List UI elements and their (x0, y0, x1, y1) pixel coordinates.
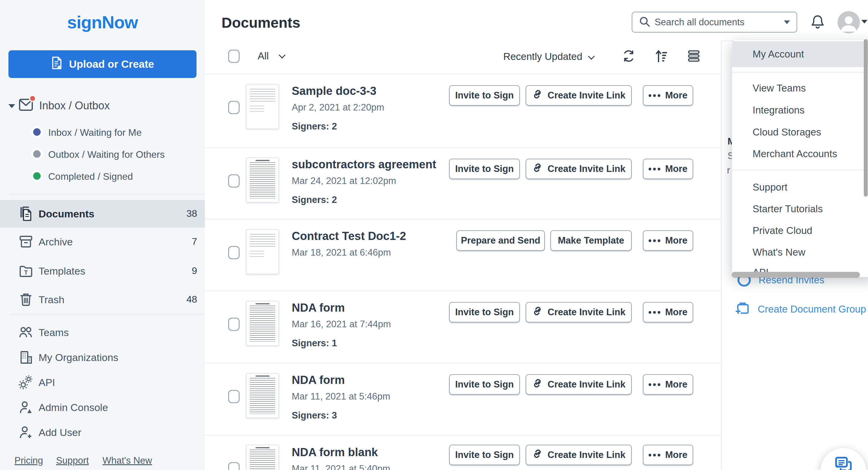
chevron-down-icon[interactable] (588, 53, 595, 60)
add-user-icon (19, 425, 33, 441)
sidebar-item-outbox-waiting-for-others[interactable]: Outbox / Waiting for Others (0, 146, 205, 163)
menu-item-private-cloud[interactable]: Private Cloud (732, 225, 868, 236)
row-checkbox[interactable] (228, 101, 240, 114)
more-button[interactable]: More (643, 230, 693, 251)
create-invite-link-button[interactable]: Create Invite Link (526, 445, 632, 465)
create-invite-link-button[interactable]: Create Invite Link (526, 85, 632, 106)
app-window: signNow Upload or Create Inbox / Outbox … (0, 0, 868, 470)
menu-item-whats-new[interactable]: What's New (732, 246, 868, 258)
link-icon (532, 378, 543, 391)
document-date: Mar 24, 2021 at 12:02pm (292, 175, 396, 187)
search-input[interactable] (655, 17, 784, 28)
button-label: More (665, 449, 687, 460)
button-label: Create Invite Link (548, 379, 625, 390)
notifications-bell-icon[interactable] (811, 14, 825, 30)
document-title[interactable]: Contract Test Doc1-2 (292, 230, 406, 243)
document-title[interactable]: subcontractors agreement (292, 158, 436, 171)
sidebar-item-archive[interactable]: Archive 7 (0, 228, 205, 256)
unread-badge (29, 95, 36, 102)
menu-item-cloud-storages[interactable]: Cloud Storages (732, 127, 868, 138)
button-label: More (665, 164, 687, 174)
make-template-button[interactable]: Make Template (550, 230, 632, 251)
more-button[interactable]: More (643, 302, 693, 323)
document-thumbnail[interactable] (246, 84, 279, 129)
row-checkbox[interactable] (228, 390, 240, 403)
sidebar-item-admin-console[interactable]: Admin Console (0, 394, 205, 421)
expander-caret-icon[interactable] (8, 104, 15, 108)
document-thumbnail[interactable] (246, 158, 279, 203)
menu-item-support[interactable]: Support (732, 181, 868, 193)
nav-label: Admin Console (38, 402, 108, 413)
whats-new-link[interactable]: What's New (102, 455, 152, 466)
create-invite-link-button[interactable]: Create Invite Link (526, 159, 632, 179)
more-button[interactable]: More (643, 374, 693, 395)
row-checkbox[interactable] (228, 462, 240, 470)
sidebar-item-teams[interactable]: Teams (0, 318, 205, 346)
row-checkbox[interactable] (228, 174, 240, 188)
search-box[interactable] (632, 12, 797, 33)
ellipsis-icon (649, 383, 660, 386)
document-thumbnail[interactable] (246, 301, 279, 346)
sidebar-item-templates[interactable]: T Templates 9 (0, 257, 205, 285)
create-invite-link-button[interactable]: Create Invite Link (526, 374, 632, 395)
sort-order-icon[interactable] (655, 50, 668, 64)
invite-to-sign-button[interactable]: Invite to Sign (449, 374, 520, 395)
sidebar-item-documents[interactable]: Documents 38 (0, 200, 205, 228)
chat-bubbles-icon (834, 456, 853, 470)
link-icon (532, 89, 543, 102)
chevron-down-icon[interactable] (279, 52, 286, 59)
link-label: Create Document Group (758, 303, 866, 315)
horizontal-scrollbar[interactable] (732, 272, 860, 277)
ellipsis-icon (649, 239, 660, 242)
sidebar-item-api[interactable]: API (0, 369, 205, 396)
vertical-scrollbar[interactable] (864, 39, 868, 197)
prepare-and-send-button[interactable]: Prepare and Send (456, 230, 545, 251)
document-title[interactable]: NDA form (292, 374, 345, 387)
row-checkbox[interactable] (228, 246, 240, 259)
user-avatar[interactable] (838, 11, 860, 33)
more-button[interactable]: More (643, 445, 693, 465)
sort-dropdown[interactable]: Recently Updated (503, 51, 582, 62)
create-document-group-link[interactable]: Create Document Group (735, 301, 866, 318)
document-thumbnail[interactable] (246, 229, 279, 274)
search-scope-caret-icon[interactable] (784, 21, 790, 24)
upload-button-label: Upload or Create (69, 58, 154, 70)
ellipsis-icon (649, 454, 660, 457)
pricing-link[interactable]: Pricing (14, 455, 43, 466)
invite-to-sign-button[interactable]: Invite to Sign (449, 302, 520, 323)
create-invite-link-button[interactable]: Create Invite Link (526, 302, 632, 323)
menu-item-starter-tutorials[interactable]: Starter Tutorials (732, 203, 868, 215)
document-title[interactable]: NDA form (292, 301, 345, 314)
document-title[interactable]: Sample doc-3-3 (292, 85, 376, 98)
menu-item-view-teams[interactable]: View Teams (732, 82, 868, 94)
sidebar-item-completed-signed[interactable]: Completed / Signed (0, 168, 205, 184)
support-link[interactable]: Support (56, 455, 89, 466)
document-thumbnail[interactable] (246, 445, 279, 470)
menu-item-merchant-accounts[interactable]: Merchant Accounts (732, 148, 868, 160)
invite-to-sign-button[interactable]: Invite to Sign (449, 445, 520, 465)
live-chat-button[interactable] (820, 448, 866, 470)
more-button[interactable]: More (643, 85, 693, 106)
document-thumbnail[interactable] (246, 373, 279, 418)
menu-item-my-account[interactable]: My Account (732, 41, 868, 67)
invite-to-sign-button[interactable]: Invite to Sign (449, 159, 520, 179)
sidebar-item-inbox-waiting-for-me[interactable]: Inbox / Waiting for Me (0, 124, 205, 141)
row-checkbox[interactable] (228, 317, 240, 331)
upload-or-create-button[interactable]: Upload or Create (8, 50, 196, 78)
sidebar-item-add-user[interactable]: Add User (0, 418, 205, 446)
refresh-icon[interactable] (622, 50, 635, 64)
document-title[interactable]: NDA form blank (292, 446, 378, 459)
sidebar-item-trash[interactable]: Trash 48 (0, 286, 205, 313)
button-label: Create Invite Link (548, 449, 625, 460)
invite-to-sign-button[interactable]: Invite to Sign (449, 85, 520, 106)
select-all-checkbox[interactable] (228, 50, 240, 63)
ellipsis-icon (649, 311, 660, 314)
more-button[interactable]: More (643, 159, 693, 179)
account-menu-caret-icon[interactable] (861, 20, 867, 24)
menu-item-integrations[interactable]: Integrations (732, 104, 868, 116)
nav-label: Teams (38, 327, 69, 338)
sidebar-item-my-organizations[interactable]: My Organizations (0, 343, 205, 371)
filter-all-dropdown[interactable]: All (258, 50, 269, 62)
sidebar-item-inbox-outbox[interactable]: Inbox / Outbox (0, 95, 205, 116)
list-view-icon[interactable] (687, 50, 700, 64)
